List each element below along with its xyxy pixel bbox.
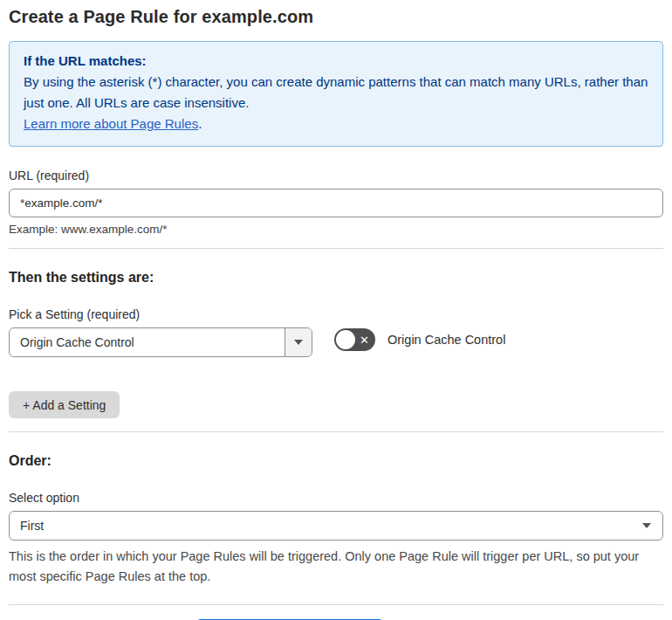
toggle-knob (336, 330, 355, 349)
toggle-off-x-icon: ✕ (360, 334, 369, 345)
divider (9, 431, 663, 432)
page-title: Create a Page Rule for example.com (9, 7, 663, 27)
order-select[interactable]: First (9, 511, 663, 541)
toggle-label: Origin Cache Control (387, 333, 505, 347)
info-link-row: Learn more about Page Rules. (24, 114, 648, 134)
url-match-info-box: If the URL matches: By using the asteris… (9, 41, 663, 147)
learn-more-link[interactable]: Learn more about Page Rules (24, 116, 198, 131)
divider (9, 604, 663, 605)
setting-select-value: Origin Cache Control (10, 335, 285, 349)
setting-row: Origin Cache Control ✕ Origin Cache Cont… (9, 321, 663, 357)
url-label: URL (required) (9, 169, 663, 183)
create-page-rule-form: Create a Page Rule for example.com If th… (0, 0, 672, 620)
setting-select[interactable]: Origin Cache Control (9, 327, 312, 357)
settings-section-heading: Then the settings are: (9, 270, 663, 286)
order-select-value: First (10, 519, 642, 533)
url-input[interactable] (9, 189, 663, 217)
chevron-down-icon (294, 340, 303, 345)
order-help-text: This is the order in which your Page Rul… (9, 547, 660, 587)
origin-cache-control-toggle[interactable]: ✕ (334, 328, 375, 351)
add-setting-button[interactable]: + Add a Setting (9, 391, 120, 418)
divider (9, 248, 663, 249)
info-box-body: By using the asterisk (*) character, you… (24, 72, 648, 114)
pick-setting-label: Pick a Setting (required) (9, 307, 663, 321)
order-select-label: Select option (9, 491, 663, 505)
info-box-heading: If the URL matches: (24, 51, 648, 72)
url-example-text: Example: www.example.com/* (9, 223, 663, 236)
link-period: . (198, 116, 202, 131)
setting-select-arrow-button[interactable] (285, 328, 312, 356)
chevron-down-icon (642, 523, 651, 528)
order-section-heading: Order: (9, 453, 663, 469)
